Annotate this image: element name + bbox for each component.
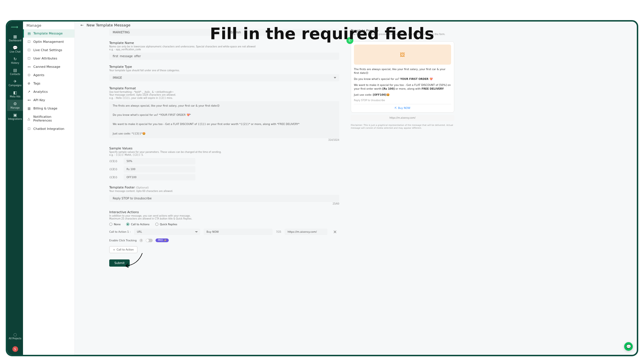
sidebar-item-label: Billing & Usage xyxy=(33,107,57,110)
radio-cta[interactable]: Call to Actions xyxy=(126,223,149,226)
sidebar-item-livechat-settings[interactable]: ☐Live Chat Settings xyxy=(23,46,74,54)
sv-input-1[interactable] xyxy=(124,158,195,164)
radio-icon xyxy=(155,223,158,226)
sidebar-item-user-attributes[interactable]: ☐User Attributes xyxy=(23,54,74,63)
radio-quick-replies[interactable]: Quick Replies xyxy=(155,223,177,226)
sidebar-item-analytics[interactable]: ↗Analytics xyxy=(23,88,74,96)
template-name-help: Name can only be in lowercase alphanumer… xyxy=(109,45,339,48)
sidebar-item-canned[interactable]: ▭Canned Message xyxy=(23,63,74,71)
language-select[interactable]: English xyxy=(227,29,339,36)
rail-label: Integrations xyxy=(8,118,22,120)
template-type-select[interactable]: IMAGE xyxy=(109,74,339,81)
rail-dashboard[interactable]: ▦Dashboard xyxy=(7,32,23,44)
cta1-type-select[interactable]: URL xyxy=(134,229,200,235)
preview-image-placeholder: 🖼 xyxy=(354,45,451,65)
sidebar-item-tags[interactable]: ⊘Tags xyxy=(23,79,74,88)
chat-icon: 💬 xyxy=(7,45,23,50)
sv-label: {{1}} xyxy=(109,160,118,163)
rail-metaads[interactable]: ◧Meta Ads xyxy=(7,88,23,100)
preview-disclaimer: Disclaimer: This is just a graphical rep… xyxy=(351,124,454,130)
sidebar-item-billing[interactable]: ▥Billing & Usage xyxy=(23,104,74,113)
sidebar-item-optin[interactable]: ☐Optin Management xyxy=(23,38,74,46)
rail-history[interactable]: ↻History xyxy=(7,55,23,66)
template-format-textarea[interactable]: The firsts are always special, like your… xyxy=(109,101,339,138)
footer-title: Template Footer (Optional) xyxy=(109,186,339,189)
billing-icon: ▥ xyxy=(28,107,31,110)
template-format-help2: Your message content. Upto 1024 characte… xyxy=(109,94,339,97)
sidebar-item-agents[interactable]: ⚇Agents xyxy=(23,71,74,79)
sidebar-item-label: Template Message xyxy=(33,32,63,35)
sidebar-item-apikey[interactable]: ⊷API Key xyxy=(23,96,74,104)
preview-line: Do you know what's special for us? YOUR … xyxy=(354,77,451,81)
tracking-toggle[interactable] xyxy=(146,239,153,242)
radio-icon xyxy=(109,223,112,226)
preview-column: Template Preview Your template message p… xyxy=(351,29,454,130)
template-format-title: Template Format xyxy=(109,86,339,90)
pro-badge: PRO ✨ xyxy=(156,238,168,242)
cta1-counter: 7/25 xyxy=(276,231,281,233)
preview-line: Just use code: [OFF100]🤩 xyxy=(354,93,451,97)
template-name-example: e.g. - app_verification_code xyxy=(109,48,339,51)
campaign-icon: ✈ xyxy=(7,79,23,84)
user-avatar[interactable]: S xyxy=(12,346,18,352)
sv-input-2[interactable] xyxy=(124,166,195,172)
preview-url: https://m.aisensy.com/ xyxy=(351,115,454,121)
rail-label: Dashboard xyxy=(9,39,21,42)
rail-integrations[interactable]: ▣Integrations xyxy=(7,111,23,122)
cta1-text-input[interactable] xyxy=(204,229,273,235)
cta1-remove-icon[interactable]: ✕ xyxy=(331,229,339,235)
rail-label: All Projects xyxy=(9,337,22,340)
sidebar-item-label: Optin Management xyxy=(33,40,64,44)
rail-manage[interactable]: ⚙Manage xyxy=(7,100,23,111)
whatsapp-icon: ✆ xyxy=(346,37,353,44)
settings-icon: ☐ xyxy=(28,48,31,52)
radio-label: Quick Replies xyxy=(160,223,177,226)
sidebar-item-label: API Key xyxy=(33,98,45,102)
chatbot-icon: ☐ xyxy=(28,127,31,131)
preview-card: 🖼 The firsts are always special, like yo… xyxy=(351,41,454,113)
interactive-help1: In addition to your message, you can sen… xyxy=(109,215,339,217)
footer-counter: 25/60 xyxy=(109,203,339,205)
attributes-icon: ☐ xyxy=(28,57,31,60)
sidebar-item-label: Canned Message xyxy=(33,65,60,69)
canned-icon: ▭ xyxy=(28,65,31,69)
sidebar-item-chatbot[interactable]: ☐Chatbot Integration xyxy=(23,125,74,133)
agents-icon: ⚇ xyxy=(28,73,31,77)
sv-label: {{3}} xyxy=(109,176,118,179)
rail-label: Contacts xyxy=(10,73,20,76)
sidebar-item-label: Notification Preferences xyxy=(33,115,70,122)
key-icon: ⊷ xyxy=(28,98,31,102)
rail-contacts[interactable]: ▤Contacts xyxy=(7,66,23,77)
sample-values-help2: e.g. - {{1}}: Mohit, {{2}}: 5. xyxy=(109,154,339,156)
info-icon[interactable]: i xyxy=(139,239,143,242)
template-name-input[interactable] xyxy=(109,53,339,60)
template-icon: ▤ xyxy=(28,32,31,35)
template-format-help3: e.g. - Hello {{1}}, your code will expir… xyxy=(109,97,339,99)
add-cta-button[interactable]: +Call to Action xyxy=(109,246,137,253)
help-fab[interactable]: 💬 xyxy=(624,342,633,351)
submit-button[interactable]: Submit xyxy=(109,259,130,267)
preview-cta-button[interactable]: ⇱Buy NOW xyxy=(354,104,451,109)
sidebar-item-template-message[interactable]: ▤Template Message xyxy=(23,29,74,38)
rail-label: Manage xyxy=(11,107,20,109)
rail-livechat[interactable]: 💬Live Chat xyxy=(7,44,23,55)
sv-input-3[interactable] xyxy=(124,174,195,180)
category-select[interactable]: MARKETING xyxy=(109,29,221,36)
sample-value-row: {{1}} xyxy=(109,158,339,164)
rail-all-projects[interactable]: ◌All Projects xyxy=(7,330,23,342)
back-arrow-icon[interactable]: ← xyxy=(80,23,84,27)
template-type-help: Your template type should fall under one… xyxy=(109,69,339,72)
sv-label: {{2}} xyxy=(109,168,118,171)
add-cta-label: Call to Action xyxy=(117,248,134,251)
sample-values-help1: Specify sample values for your parameter… xyxy=(109,151,339,154)
radio-label: Call to Actions xyxy=(131,223,149,226)
form: MARKETING English Template Name Name can… xyxy=(109,29,339,267)
optional-tag: (Optional) xyxy=(136,186,149,189)
integrations-icon: ▣ xyxy=(7,113,23,117)
sidebar-item-notifications[interactable]: △Notification Preferences xyxy=(23,113,74,125)
rail-campaigns[interactable]: ✈Campaigns xyxy=(7,77,23,88)
radio-none[interactable]: None xyxy=(109,223,120,226)
cta1-url-input[interactable] xyxy=(285,229,327,235)
contacts-icon: ▤ xyxy=(7,68,23,72)
footer-input[interactable] xyxy=(109,195,339,202)
